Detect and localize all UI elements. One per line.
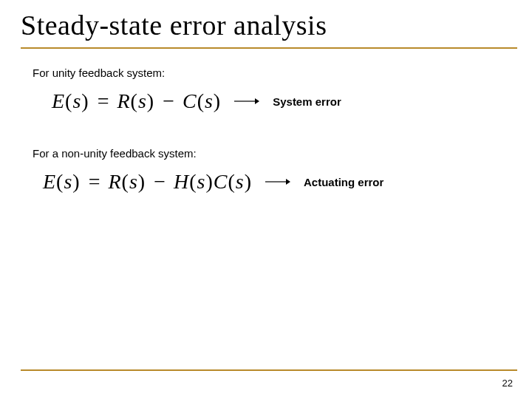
equation-row-1: E(s) = R(s) − C(s) System error — [33, 89, 505, 113]
eq2-arg4: s — [236, 170, 244, 193]
eq2-rhs2-fn: H — [174, 170, 188, 193]
section-2-label: For a non-unity feedback system: — [33, 147, 505, 160]
equation-row-2: E(s) = R(s) − H(s)C(s) Actuating error — [33, 170, 505, 194]
eq2-arg1: s — [64, 170, 72, 193]
eq1-lparen1: ( — [64, 89, 72, 112]
svg-marker-3 — [286, 179, 290, 185]
eq1-rparen3: ) — [213, 89, 221, 112]
eq1-rparen2: ) — [146, 89, 154, 112]
svg-marker-1 — [255, 98, 259, 104]
eq2-lparen4: ( — [227, 170, 235, 193]
eq2-equals: = — [86, 170, 103, 193]
eq2-rparen4: ) — [244, 170, 252, 193]
page-title: Steady-state error analysis — [21, 9, 517, 41]
eq2-lparen1: ( — [55, 170, 64, 193]
slide: Steady-state error analysis For unity fe… — [0, 0, 532, 399]
equation-2-note: Actuating error — [304, 176, 383, 188]
eq1-arg1: s — [72, 89, 81, 112]
eq2-lhs-fn: E — [43, 170, 55, 193]
eq2-lparen3: ( — [188, 170, 197, 193]
eq1-lparen3: ( — [197, 89, 205, 112]
eq2-arg2: s — [129, 170, 137, 193]
eq1-equals: = — [95, 89, 112, 112]
eq1-arg2: s — [138, 89, 146, 112]
eq1-lhs-fn: E — [52, 89, 64, 112]
eq1-minus: − — [160, 89, 177, 112]
eq2-rhs3-fn: C — [214, 170, 228, 193]
equation-1: E(s) = R(s) − C(s) — [33, 89, 221, 113]
eq2-minus: − — [151, 170, 168, 193]
eq1-rhs2-fn: C — [183, 89, 197, 112]
page-number: 22 — [502, 378, 513, 389]
eq2-arg3: s — [197, 170, 205, 193]
arrow-icon — [234, 98, 259, 105]
eq2-lparen2: ( — [121, 170, 129, 193]
eq2-rparen1: ) — [72, 170, 80, 193]
eq1-lparen2: ( — [130, 89, 138, 112]
eq1-rparen1: ) — [81, 89, 89, 112]
equation-2: E(s) = R(s) − H(s)C(s) — [33, 170, 252, 194]
eq1-rhs1-fn: R — [117, 89, 129, 112]
eq2-rhs1-fn: R — [108, 170, 120, 193]
arrow-icon — [265, 178, 290, 185]
eq1-arg3: s — [205, 89, 213, 112]
eq2-rparen2: ) — [137, 170, 146, 193]
eq2-rparen3: ) — [205, 170, 213, 193]
footer-underline — [21, 369, 517, 371]
section-1-label: For unity feedback system: — [33, 66, 505, 79]
equation-1-note: System error — [273, 95, 341, 108]
title-wrap: Steady-state error analysis — [0, 0, 532, 41]
slide-body: For unity feedback system: E(s) = R(s) −… — [0, 49, 532, 194]
